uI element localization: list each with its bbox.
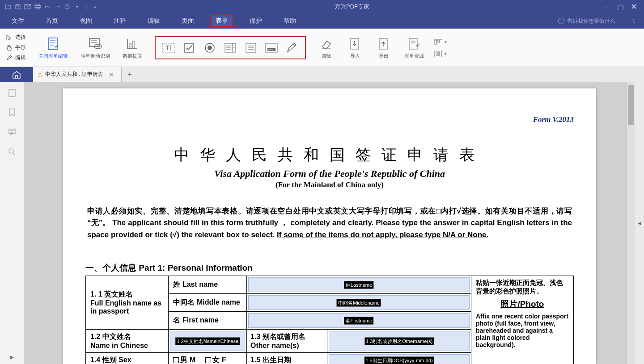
hand-icon [5,44,13,51]
scrollbar-thumb[interactable] [628,85,634,125]
tell-me-area[interactable]: 告诉我你想要做什么 ㄟ [558,17,637,25]
redo-icon[interactable] [53,2,62,11]
align-top-button[interactable]: ▾ [434,39,447,45]
radio-icon[interactable] [203,42,216,54]
left-panel: ▶ [0,82,24,364]
label-1-4: 1.4 性别 Sex [86,353,169,364]
svg-rect-5 [48,38,57,50]
listbox-icon[interactable] [244,42,258,54]
import-icon [347,36,363,52]
edit-tool[interactable]: 编辑 [5,54,26,62]
title-english: Visa Application Form of the People's Re… [85,168,574,180]
clock-icon[interactable] [63,2,72,11]
menu-annotate[interactable]: 注释 [109,15,131,27]
search-icon[interactable] [8,147,17,156]
menu-protect[interactable]: 保护 [245,15,267,27]
save-icon[interactable] [13,2,22,11]
form-fields-group: T BTN [155,36,306,59]
mail-icon[interactable] [23,2,32,11]
menu-file[interactable]: 文件 [7,15,29,27]
field-chinese-name[interactable]: 1 2中文姓名NameinChinese [169,330,247,353]
button-field-icon[interactable]: BTN [265,42,278,54]
label-1-3: 1.3 别名或曾用名 Other name(s) [247,330,327,352]
import-button[interactable]: 导入 [347,29,363,67]
svg-rect-42 [438,40,440,43]
signature-icon[interactable] [285,42,299,54]
instructions: 申请人必须如实、完整、清楚地填写本表格。请逐项在空白处用中文或英文大写字母打印填… [85,205,574,241]
close-button[interactable]: ✕ [628,2,640,12]
resources-icon [406,36,422,52]
minimize-button[interactable]: — [601,2,613,12]
svg-line-52 [13,153,15,155]
field-firstname[interactable]: 名Firstname [247,312,471,330]
eye-form-icon [87,36,103,52]
menu-view[interactable]: 视图 [75,15,97,27]
svg-rect-41 [435,40,436,44]
svg-rect-47 [9,89,15,96]
new-tab-button[interactable]: ＋ [122,67,138,82]
home-tab[interactable] [0,67,33,82]
photo-cell: 粘贴一张近期正面免冠、浅色背景的彩色护照照片。 照片/Photo Affix o… [471,276,573,364]
distribute-button[interactable]: ▾ [434,50,447,57]
textfield-icon[interactable]: T [162,42,175,54]
combobox-icon[interactable] [224,42,237,54]
svg-rect-45 [436,52,437,55]
field-lastname[interactable]: 姓Lastname [247,276,471,294]
window-controls: — ▢ ✕ [601,2,644,12]
form-resources-button[interactable]: 表单资源 [404,29,424,67]
field-middlename[interactable]: 中间名Middlename [247,294,471,312]
hand-tool[interactable]: 手形 [5,44,26,51]
thumbnails-icon[interactable] [8,88,17,97]
form-icon [45,36,61,52]
pencil-icon [5,54,13,62]
menu-edit[interactable]: 编辑 [143,15,165,27]
export-button[interactable]: 导出 [376,29,392,67]
svg-point-13 [97,46,99,47]
pdf-page: Form V.2013 中华人民共和国签证申请表 Visa Applicatio… [63,88,596,364]
menu-help[interactable]: 帮助 [279,15,301,27]
folder-icon[interactable] [4,2,13,11]
title-chinese: 中华人民共和国签证申请表 [85,145,574,165]
svg-rect-37 [409,38,417,49]
print-icon[interactable] [33,2,42,11]
qat-overflow-icon[interactable]: ≡ [90,2,99,11]
expand-panel-icon[interactable]: ▶ [10,355,14,360]
warning-icon: ⚠ [38,71,42,78]
right-edge-expand[interactable]: ◀ [635,82,644,364]
close-form-button[interactable]: 关闭表单编辑 [38,29,68,67]
document-tab[interactable]: ⚠ 中华人民共和...证申请表 ✕ [33,67,122,82]
document-tabbar: ⚠ 中华人民共和...证申请表 ✕ ＋ [0,67,644,82]
titlebar: ▾ | ≡ 万兴PDF专家 — ▢ ✕ [0,0,644,13]
field-other-names[interactable]: 1 3别名或曾用名Othername(s) [327,330,471,352]
checkbox-icon[interactable] [182,42,196,54]
menu-form[interactable]: 表单 [211,15,233,27]
document-tab-title: 中华人民共和...证申请表 [45,71,103,78]
auto-recognize-button[interactable]: 表单自动识别 [80,29,110,67]
menu-home[interactable]: 首页 [41,15,63,27]
document-canvas[interactable]: Form V.2013 中华人民共和国签证申请表 Visa Applicatio… [24,82,635,364]
select-tool[interactable]: 选择 [5,33,26,41]
svg-rect-19 [185,43,194,52]
bookmarks-icon[interactable] [8,108,17,117]
checkbox-male[interactable] [173,357,179,363]
form-table: 1. 1 英文姓名 Full English name as in passpo… [85,276,574,364]
align-tools: ▾ ▾ [434,39,447,57]
comments-icon[interactable] [8,128,17,137]
qat-dropdown-icon[interactable]: ▾ [72,2,81,11]
vertical-scrollbar[interactable] [627,82,635,364]
undo-icon[interactable] [43,2,52,11]
chart-icon [124,36,140,52]
app-title: 万兴PDF专家 [103,3,601,11]
clear-button[interactable]: 清除 [318,29,335,67]
menu-page[interactable]: 页面 [177,15,199,27]
svg-point-51 [9,149,13,153]
close-tab-icon[interactable]: ✕ [109,71,114,78]
field-dob[interactable]: 1 5出生日期DOB(yyyy-mm-dd) [327,353,471,364]
svg-rect-14 [129,44,131,48]
checkbox-female[interactable] [205,357,211,363]
eraser-icon [318,36,335,52]
subtitle-english: (For the Mainland of China only) [85,180,574,189]
collapse-ribbon-icon[interactable]: ㄟ [631,17,637,25]
data-extract-button[interactable]: 数据提取 [123,29,142,67]
maximize-button[interactable]: ▢ [614,2,626,12]
